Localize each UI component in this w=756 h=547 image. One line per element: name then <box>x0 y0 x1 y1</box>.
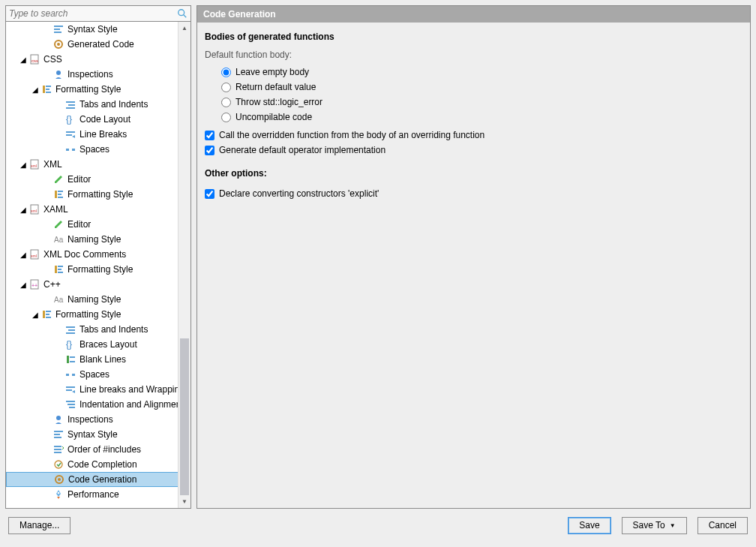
svg-rect-24 <box>55 191 57 198</box>
tree-item-syntax-style-cpp[interactable]: Syntax Style <box>6 427 190 442</box>
radio-throw-logic-error[interactable]: Throw std::logic_error <box>221 95 742 110</box>
radio-uncompilable[interactable]: Uncompilable code <box>221 110 742 125</box>
tree-label: Syntax Style <box>68 24 118 35</box>
tree-item-tabs-indents[interactable]: Tabs and Indents <box>6 97 190 112</box>
tree-item-inspections-cpp[interactable]: Inspections <box>6 412 190 427</box>
expander-icon[interactable]: ◢ <box>18 159 28 170</box>
linebreak-icon <box>64 128 76 140</box>
tree-item-css[interactable]: ◢cssCSS <box>6 52 190 67</box>
tree-item-inspections[interactable]: Inspections <box>6 67 190 82</box>
save-button[interactable]: Save <box>568 517 610 534</box>
tree-item-spaces-cpp[interactable]: Spaces <box>6 367 190 382</box>
svg-text:xml: xml <box>31 254 37 258</box>
checkbox-label: Call the overridden function from the bo… <box>219 130 484 140</box>
tree-item-xaml[interactable]: ◢xmlXAML <box>6 202 190 217</box>
gear-icon <box>52 38 64 50</box>
tree-label: Spaces <box>80 144 110 155</box>
tree-item-formatting-style-cpp[interactable]: ◢Formatting Style <box>6 307 190 322</box>
radio-input[interactable] <box>221 98 231 107</box>
svg-rect-48 <box>67 356 69 363</box>
spaces-icon <box>64 368 76 380</box>
radio-input[interactable] <box>221 83 231 92</box>
tree-item-line-breaks[interactable]: Line Breaks <box>6 127 190 142</box>
tree-item-naming-style-cpp[interactable]: AaNaming Style <box>6 292 190 307</box>
search-icon[interactable] <box>177 8 188 19</box>
svg-rect-56 <box>68 404 75 405</box>
svg-rect-3 <box>54 29 60 30</box>
checkbox-input[interactable] <box>205 189 214 199</box>
svg-rect-44 <box>66 326 75 328</box>
svg-point-6 <box>57 43 60 46</box>
tree-item-tabs-indents-cpp[interactable]: Tabs and Indents <box>6 322 190 337</box>
person-icon <box>52 68 64 80</box>
tree-item-cpp[interactable]: ◢++C++ <box>6 277 190 292</box>
tree-item-code-layout[interactable]: {}Code Layout <box>6 112 190 127</box>
tree-item-line-breaks-wrapping[interactable]: Line breaks and Wrapping <box>6 382 190 397</box>
tree-item-editor-xaml[interactable]: Editor <box>6 217 190 232</box>
expander-icon[interactable]: ◢ <box>18 204 28 215</box>
radio-input[interactable] <box>221 113 231 122</box>
tree-item-formatting-style[interactable]: ◢Formatting Style <box>6 82 190 97</box>
svg-rect-2 <box>54 26 63 27</box>
scroll-down-icon[interactable]: ▼ <box>178 495 190 508</box>
svg-rect-52 <box>72 374 75 376</box>
checkbox-input[interactable] <box>205 131 214 140</box>
tree-item-formatting-style-xml[interactable]: Formatting Style <box>6 187 190 202</box>
tree-label: Inspections <box>68 69 113 80</box>
expander-icon[interactable]: ◢ <box>30 309 40 320</box>
radio-leave-empty[interactable]: Leave empty body <box>221 65 742 80</box>
scroll-thumb[interactable] <box>180 338 189 495</box>
tree-item-naming-style-xaml[interactable]: AaNaming Style <box>6 232 190 247</box>
expander-icon[interactable]: ◢ <box>18 279 28 290</box>
tree-item-order-includes[interactable]: Order of #includes <box>6 442 190 457</box>
svg-rect-43 <box>46 317 51 318</box>
tree-label: Formatting Style <box>56 84 121 95</box>
tree-item-braces-layout[interactable]: {}Braces Layout <box>6 337 190 352</box>
spaces-icon <box>64 143 76 155</box>
svg-rect-18 <box>66 131 75 133</box>
tree-item-spaces[interactable]: Spaces <box>6 142 190 157</box>
css-file-icon: css <box>28 53 40 65</box>
tree-item-blank-lines[interactable]: Blank Lines <box>6 352 190 367</box>
scroll-up-icon[interactable]: ▲ <box>178 22 190 35</box>
save-to-button[interactable]: Save To▼ <box>622 517 687 534</box>
expander-icon[interactable]: ◢ <box>30 84 40 95</box>
tree-item-indentation-alignment[interactable]: Indentation and Alignment <box>6 397 190 412</box>
tabs-icon <box>64 98 76 110</box>
svg-text:Aa: Aa <box>54 296 64 304</box>
search-input[interactable] <box>9 8 177 19</box>
expander-icon[interactable]: ◢ <box>18 54 28 65</box>
settings-tree[interactable]: Syntax Style Generated Code ◢cssCSS Insp… <box>6 22 190 508</box>
svg-rect-14 <box>66 101 75 103</box>
person-icon <box>52 413 64 425</box>
radio-return-default[interactable]: Return default value <box>221 80 742 95</box>
checkbox-generate-operator[interactable]: Generate default operator implementation <box>205 143 742 158</box>
tree-scrollbar[interactable]: ▲ ▼ <box>178 22 190 508</box>
tree-item-performance[interactable]: Performance <box>6 487 190 502</box>
tree-item-editor[interactable]: Editor <box>6 172 190 187</box>
manage-button[interactable]: Manage... <box>8 517 70 534</box>
cancel-button[interactable]: Cancel <box>698 517 748 534</box>
checkbox-call-overridden[interactable]: Call the overridden function from the bo… <box>205 128 742 143</box>
tree-item-syntax-style[interactable]: Syntax Style <box>6 22 190 37</box>
svg-rect-61 <box>54 437 62 438</box>
tree-item-code-generation[interactable]: Code Generation <box>6 472 190 487</box>
checkbox-input[interactable] <box>205 146 214 155</box>
search-box[interactable] <box>5 5 191 22</box>
tree-label: Code Completion <box>68 459 137 470</box>
tree-item-xml-doc[interactable]: ◢xmlXML Doc Comments <box>6 247 190 262</box>
checkbox-explicit-constructors[interactable]: Declare converting constructors 'explici… <box>205 186 742 201</box>
expander-icon[interactable]: ◢ <box>18 249 28 260</box>
svg-text:Aa: Aa <box>54 236 64 244</box>
tree-item-generated-code[interactable]: Generated Code <box>6 37 190 52</box>
xml-file-icon: xml <box>28 158 40 170</box>
svg-rect-51 <box>66 374 69 376</box>
radio-input[interactable] <box>221 68 231 77</box>
svg-rect-60 <box>54 434 60 435</box>
tree-label: Editor <box>68 174 91 185</box>
syntax-icon <box>52 428 64 440</box>
tree-item-formatting-style-xmldoc[interactable]: Formatting Style <box>6 262 190 277</box>
tree-item-xml[interactable]: ◢xmlXML <box>6 157 190 172</box>
svg-rect-33 <box>55 266 57 273</box>
tree-item-code-completion[interactable]: Code Completion <box>6 457 190 472</box>
